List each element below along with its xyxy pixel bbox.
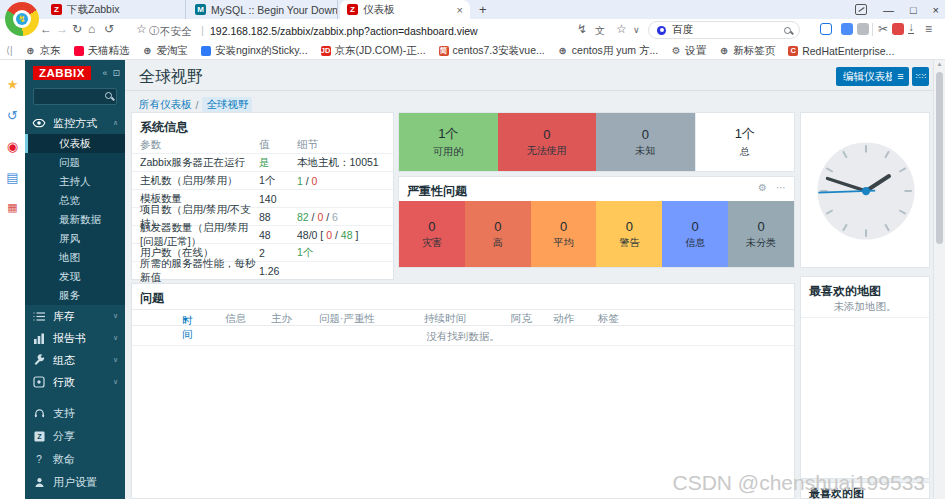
bolt-icon[interactable]: ↯ (577, 22, 587, 36)
translate-icon[interactable]: 文 (595, 24, 605, 38)
globe-icon: ⊕ (719, 46, 729, 56)
bookmark-star-icon[interactable]: ☆ (136, 22, 147, 36)
tab-dashboard[interactable]: Z 仪表板 × (340, 0, 470, 19)
app-grid-icon[interactable]: ▦ (7, 201, 17, 214)
availability-cell-available[interactable]: 1个 可用的 (399, 113, 498, 171)
sidebar-item-administration[interactable]: 行政 ∨ (25, 371, 125, 393)
back-icon[interactable]: ← (40, 22, 52, 36)
column-duration[interactable]: 持续时间 (424, 312, 466, 326)
bookmark-nginx-sticky[interactable]: 安装nginx的Sticky... (201, 44, 308, 58)
undo-icon[interactable]: ↺ (104, 22, 114, 36)
weibo-icon[interactable]: ◉ (7, 139, 18, 154)
qr-grid-icon[interactable] (820, 23, 832, 35)
reload-icon[interactable]: ↻ (72, 22, 82, 36)
fullscreen-button[interactable]: ⁙⁙ (912, 67, 929, 86)
scrollbar-thumb[interactable] (936, 72, 943, 244)
severity-cell-high[interactable]: 0 高 (465, 201, 531, 267)
menu-icon[interactable]: ≡ (925, 22, 932, 36)
sidebar-item-monitoring[interactable]: 监控方式 ∧ (25, 112, 125, 134)
star-icon[interactable]: ☆ (616, 22, 627, 36)
tab-mysql-download[interactable]: M MySQL :: Begin Your Download (188, 0, 338, 19)
sidebar-item-latest-data[interactable]: 最新数据 (25, 210, 125, 229)
gear-icon[interactable]: ⚙ (758, 182, 767, 193)
tab-download-zabbix[interactable]: Z 下载Zabbix (44, 0, 186, 19)
breadcrumb-current[interactable]: 全球视野 (202, 97, 252, 113)
sidebar-item-maps[interactable]: 地图 (25, 248, 125, 267)
site-info-icon[interactable]: ⓘ (149, 24, 159, 38)
sidebar-item-user-settings[interactable]: 用户设置 (25, 471, 125, 494)
severity-cell-average[interactable]: 0 平均 (531, 201, 597, 267)
bookmarks-collapse-icon[interactable]: ⟨| (6, 45, 13, 56)
scroll-up-icon[interactable]: ▲ (934, 61, 945, 67)
download-icon[interactable]: ↓ (908, 22, 914, 34)
sidebar-item-inventory[interactable]: 库存 ∨ (25, 305, 125, 327)
bookmark-centos-yum[interactable]: ⊕centos用 yum 方... (558, 44, 658, 58)
availability-cell-unknown[interactable]: 0 未知 (596, 113, 695, 171)
sidebar-item-services[interactable]: 服务 (25, 286, 125, 305)
column-info[interactable]: 信息 (225, 312, 246, 326)
sidebar-popout-icon[interactable]: ⊡ (112, 68, 120, 78)
sidebar-item-overview[interactable]: 总览 (25, 191, 125, 210)
column-problem-severity[interactable]: 问题·严重性 (319, 312, 375, 326)
availability-cell-unavailable[interactable]: 0 无法使用 (498, 113, 597, 171)
more-icon[interactable]: ⋯ (776, 182, 786, 193)
sidebar-item-configuration[interactable]: 组态 ∨ (25, 349, 125, 371)
sidebar-item-share[interactable]: Z 分享 (25, 425, 125, 448)
maximize-button[interactable]: □ (910, 4, 917, 16)
sidebar-item-problems[interactable]: 问题 (25, 153, 125, 172)
browser-logo-icon[interactable]: ↯ (5, 2, 39, 36)
extension-gray-icon[interactable] (857, 23, 869, 35)
severity-cell-not-classified[interactable]: 0 未分类 (728, 201, 794, 267)
sidebar-item-screens[interactable]: 屏风 (25, 229, 125, 248)
close-button[interactable]: × (933, 4, 939, 16)
dashboard-menu-button[interactable]: ≡ (892, 67, 909, 86)
sidebar-collapse-icon[interactable]: « (102, 68, 107, 78)
zabbix-logo[interactable]: ZABBIX (33, 66, 91, 80)
bookmark-redhat[interactable]: CRedHatEnterprise... (788, 45, 894, 57)
column-actions[interactable]: 动作 (553, 312, 574, 326)
column-tags[interactable]: 标签 (598, 312, 619, 326)
severity-cell-information[interactable]: 0 信息 (662, 201, 728, 267)
home-icon[interactable]: ⌂ (88, 22, 95, 36)
extension-blue-icon[interactable] (841, 23, 853, 35)
wallet-icon[interactable]: ▤ (6, 170, 18, 185)
column-host[interactable]: 主办 (271, 312, 292, 326)
breadcrumb-all-dashboards[interactable]: 所有仪表板 (139, 98, 192, 112)
bookmark-settings[interactable]: ⚙设置 (671, 44, 706, 58)
column-ack[interactable]: 阿克 (511, 312, 532, 326)
sidebar-search-input[interactable] (33, 88, 117, 105)
bookmark-newtab[interactable]: ⊕新标签页 (719, 44, 775, 58)
bookmark-aitaobao[interactable]: ⊕爱淘宝 (143, 44, 189, 58)
sidebar-item-hosts[interactable]: 主持人 (25, 172, 125, 191)
new-tab-button[interactable]: + (479, 2, 487, 17)
sidebar-item-help[interactable]: ? 救命 (25, 448, 125, 471)
chevron-down-icon[interactable]: ∨ (633, 25, 640, 35)
vertical-scrollbar[interactable]: ▲ (933, 60, 945, 499)
feedback-icon[interactable] (855, 4, 867, 15)
page-viewport: ★ ↺ ◉ ▤ ▦ ZABBIX « ⊡ 监控方式 ∧ (0, 60, 945, 499)
bookmark-jd-com[interactable]: JD京东(JD.COM)-正... (321, 44, 426, 58)
history-icon[interactable]: ↺ (7, 108, 18, 123)
forward-icon[interactable]: → (56, 22, 68, 36)
sidebar-item-dashboard[interactable]: 仪表板 (25, 134, 125, 153)
bookmark-tmall[interactable]: 天猫精选 (74, 44, 130, 58)
favorites-star-icon[interactable]: ★ (7, 77, 19, 92)
tab-close-icon[interactable]: × (457, 4, 463, 16)
sidebar-item-reports[interactable]: 报告书 ∨ (25, 327, 125, 349)
severity-cell-warning[interactable]: 0 警告 (596, 201, 662, 267)
availability-cell-total[interactable]: 1个 总 (695, 113, 795, 171)
column-time[interactable]: 时间 ▼ (182, 312, 189, 324)
minimize-button[interactable]: — (883, 4, 894, 16)
scissors-icon[interactable]: ✂ (878, 22, 888, 36)
browser-window: ↯ Z 下载Zabbix M MySQL :: Begin Your Downl… (0, 0, 945, 499)
bookmark-centos-vue[interactable]: 简centos7.3安装vue... (439, 44, 545, 58)
address-url[interactable]: 192.168.182.5/zabbix/zabbix.php?action=d… (210, 25, 478, 37)
bookmark-jingdong[interactable]: ⊕京东 (26, 44, 61, 58)
severity-cell-disaster[interactable]: 0 灾害 (399, 201, 465, 267)
search-icon[interactable] (784, 27, 791, 34)
quick-search-box[interactable]: 百度 (648, 21, 800, 39)
extension-red-icon[interactable] (892, 23, 904, 35)
sidebar-item-support[interactable]: 支持 (25, 402, 125, 425)
search-icon (105, 92, 112, 99)
sidebar-item-discovery[interactable]: 发现 (25, 267, 125, 286)
